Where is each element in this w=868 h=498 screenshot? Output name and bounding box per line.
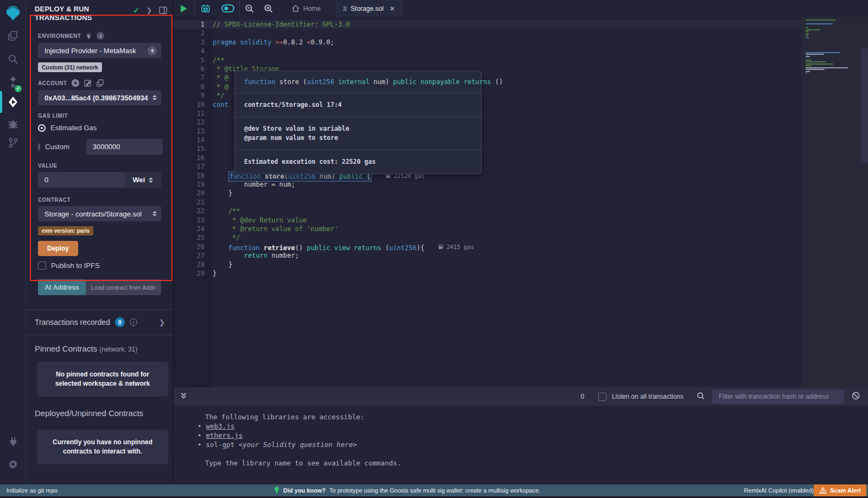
value-unit-select[interactable]: Wei — [125, 172, 161, 188]
line-number: 7 — [174, 73, 213, 82]
environment-select[interactable]: Injected Provider - MetaMask — [38, 43, 161, 58]
line-number: 27 — [174, 251, 213, 260]
tooltip-location: contracts/Storage.sol 17:4 — [235, 93, 481, 117]
code-line[interactable]: } — [213, 189, 801, 197]
estimated-gas-radio[interactable] — [38, 124, 46, 132]
robot-icon — [200, 3, 212, 14]
at-address-button[interactable]: At Address — [38, 279, 86, 295]
code-line[interactable]: return number; — [213, 251, 801, 260]
remix-logo[interactable] — [0, 2, 26, 24]
code-line[interactable]: /** — [213, 207, 801, 215]
deploy-run-panel: DEPLOY & RUN TRANSACTIONS ✓ ❯ ENVIRONMEN… — [26, 0, 174, 484]
remix-ai-button[interactable] — [195, 0, 216, 17]
code-line[interactable]: /** — [213, 56, 801, 65]
code-line[interactable]: * @return value of 'number' — [213, 225, 801, 233]
minimap-line — [806, 27, 808, 28]
custom-gas-input[interactable] — [86, 139, 163, 155]
terminal-list-item: •sol-gpt <your Solidity question here> — [180, 440, 868, 449]
line-number: 4 — [174, 47, 213, 55]
zoom-out-button[interactable] — [240, 0, 259, 17]
file-explorer-icon[interactable] — [0, 25, 26, 47]
minimap-bars — [806, 20, 849, 75]
minimap-line — [806, 31, 809, 32]
git-icon[interactable] — [0, 132, 26, 154]
minimap[interactable] — [801, 17, 868, 387]
code-editor[interactable]: 1234567891011121314151617181920212223242… — [174, 17, 868, 387]
copilot-toggle[interactable] — [216, 0, 239, 17]
contract-label: CONTRACT — [38, 197, 71, 203]
solidity-compiler-icon[interactable]: ✓ — [0, 72, 26, 93]
environment-label: ENVIRONMENT — [38, 33, 81, 39]
scam-alert-button[interactable]: Scam Alert — [814, 484, 866, 496]
deploy-and-run-icon[interactable] — [0, 91, 26, 113]
code-line[interactable] — [213, 198, 801, 207]
transactions-expand-icon[interactable]: ❯ — [159, 318, 165, 327]
transactions-recorded-label: Transactions recorded — [35, 318, 110, 327]
publish-ipfs-checkbox[interactable] — [38, 261, 46, 270]
code-line[interactable]: */ — [213, 233, 801, 242]
line-number: 1 — [174, 20, 213, 29]
line-number: 15 — [174, 144, 213, 153]
solidity-file-icon: S — [343, 5, 347, 12]
deployed-contracts-title: Deployed/Unpinned Contracts — [35, 408, 143, 418]
code-line[interactable]: } — [213, 269, 801, 278]
publish-ipfs-label: Publish to IPFS — [51, 261, 100, 270]
clear-console-icon[interactable] — [852, 392, 860, 402]
debugger-icon[interactable] — [0, 113, 26, 135]
git-init-status[interactable]: Initialize as git repo — [0, 487, 58, 494]
code-line[interactable]: // SPDX-License-Identifier: GPL-3.0 — [213, 20, 801, 29]
scrollbar-thumb[interactable] — [861, 48, 868, 163]
line-number: 25 — [174, 233, 213, 242]
listen-all-checkbox[interactable] — [598, 393, 607, 401]
terminal-library-link[interactable]: •ethers.js — [180, 431, 868, 440]
add-account-icon[interactable] — [72, 79, 79, 87]
code-line[interactable]: * @dev Return value — [213, 216, 801, 225]
minimap-line — [806, 61, 826, 62]
panel-title: DEPLOY & RUN TRANSACTIONS — [35, 5, 116, 22]
value-input[interactable] — [38, 172, 125, 188]
contract-select[interactable]: Storage - contracts/Storage.sol — [38, 206, 161, 221]
copilot-status[interactable]: RemixAI Copilot (enabled) — [744, 487, 814, 494]
account-select[interactable]: 0xA03...85ac4 (0.398673504934 — [38, 90, 161, 105]
search-icon[interactable] — [0, 48, 26, 70]
pin-panel-icon[interactable] — [159, 7, 167, 14]
terminal-filter-input[interactable] — [712, 390, 844, 404]
code-line[interactable] — [213, 47, 801, 55]
custom-gas-radio[interactable] — [38, 143, 40, 151]
lightbulb-icon — [274, 487, 279, 494]
code-line[interactable] — [213, 29, 801, 37]
sign-message-icon[interactable] — [84, 79, 92, 87]
code-line[interactable]: pragma solidity >=0.8.2 <0.9.0; — [213, 38, 801, 47]
minimap-line — [806, 52, 840, 53]
transactions-info-icon[interactable]: i — [130, 318, 137, 326]
minimap-line — [806, 33, 809, 34]
code-line[interactable]: function retrieve() public view returns … — [213, 242, 801, 251]
plugin-manager-icon[interactable] — [0, 430, 26, 452]
copy-account-icon[interactable] — [97, 79, 104, 87]
collapse-terminal-icon[interactable] — [180, 392, 187, 401]
terminal-tx-count: 0 — [580, 393, 584, 400]
line-number: 11 — [174, 109, 213, 118]
line-number: 24 — [174, 225, 213, 233]
panel-expand-icon[interactable]: ❯ — [146, 7, 152, 14]
run-script-button[interactable] — [174, 0, 194, 17]
tip-text: To prototype using the Gnosis safe multi… — [329, 487, 540, 494]
environment-info-icon[interactable]: i — [97, 32, 104, 40]
pinned-contracts-empty: No pinned contracts found for selected w… — [37, 362, 168, 397]
minimap-line — [806, 60, 812, 61]
tab-home[interactable]: Home — [284, 0, 328, 17]
at-address-input[interactable] — [86, 279, 161, 295]
tab-storage-sol[interactable]: S Storage.sol ✕ — [336, 0, 401, 17]
line-number: 6 — [174, 65, 213, 73]
terminal-library-link[interactable]: •web3.js — [180, 422, 868, 431]
deploy-button[interactable]: Deploy — [38, 241, 78, 256]
line-number: 19 — [174, 180, 213, 189]
terminal-output[interactable]: The following libraries are accessible: … — [174, 406, 868, 484]
zoom-in-button[interactable] — [259, 0, 278, 17]
code-line[interactable]: } — [213, 260, 801, 269]
terminal-bullets: •web3.js•ethers.js•sol-gpt <your Solidit… — [180, 422, 868, 449]
terminal-intro: The following libraries are accessible: — [180, 412, 868, 422]
settings-icon[interactable] — [0, 454, 26, 475]
network-badge: Custom (31) network — [38, 62, 102, 72]
close-tab-icon[interactable]: ✕ — [390, 5, 395, 12]
